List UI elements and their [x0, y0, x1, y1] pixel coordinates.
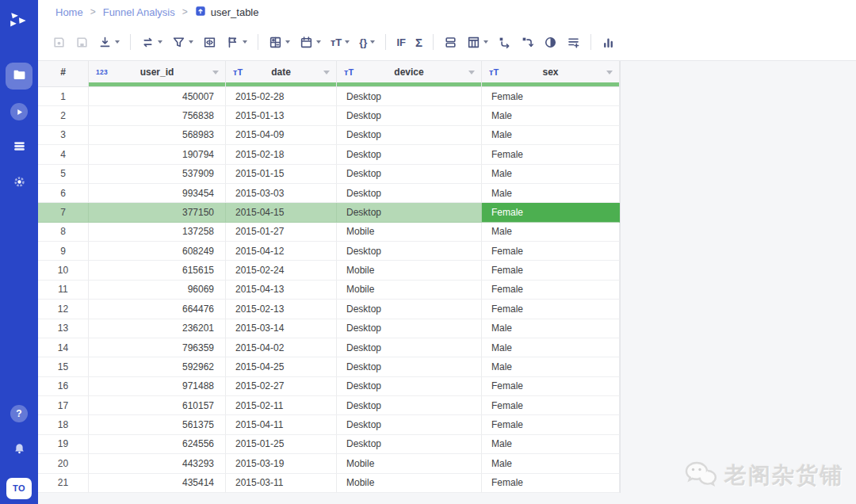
table-cell[interactable]: Desktop — [337, 165, 482, 184]
table-cell[interactable]: 377150 — [89, 203, 226, 222]
table-cell[interactable]: 137258 — [89, 223, 226, 242]
row-number-cell[interactable]: 16 — [38, 377, 89, 396]
table-cell[interactable]: Desktop — [337, 377, 482, 396]
table-cell[interactable]: Desktop — [337, 87, 482, 106]
row-number-cell[interactable]: 19 — [38, 435, 89, 454]
table-cell[interactable]: Desktop — [337, 415, 482, 434]
table-cell[interactable]: 96069 — [89, 281, 226, 300]
table-cell[interactable]: 2015-04-12 — [226, 242, 337, 261]
table-cell[interactable]: Male — [482, 165, 620, 184]
sidebar-item-help[interactable]: ? — [0, 399, 38, 428]
table-cell[interactable]: Desktop — [337, 126, 482, 145]
table-cell[interactable]: Female — [482, 145, 620, 164]
table-cell[interactable]: Female — [482, 203, 620, 222]
table-cell[interactable]: Desktop — [337, 184, 482, 203]
table-cell[interactable]: Female — [482, 87, 620, 106]
table-cell[interactable]: Female — [482, 474, 620, 493]
sidebar-item-run[interactable] — [0, 97, 38, 126]
row-number-cell[interactable]: 8 — [38, 223, 89, 242]
sidebar-item-notifications[interactable] — [0, 436, 38, 464]
table-cell[interactable]: 2015-04-25 — [226, 357, 337, 376]
flag-button[interactable] — [221, 32, 252, 52]
table-cell[interactable]: 443293 — [89, 454, 226, 473]
row-number-cell[interactable]: 20 — [38, 454, 89, 473]
swap-button[interactable] — [136, 32, 167, 52]
sidebar-item-data[interactable] — [0, 133, 38, 162]
row-number-cell[interactable]: 6 — [38, 184, 89, 203]
pivot-button[interactable] — [493, 32, 516, 52]
table-cell[interactable]: 2015-03-14 — [226, 319, 337, 338]
table-cell[interactable]: 615615 — [89, 261, 226, 280]
table-cell[interactable]: Female — [482, 377, 620, 396]
table-cell[interactable]: 450007 — [89, 87, 226, 106]
fit-columns-button[interactable] — [198, 32, 221, 52]
table-cell[interactable]: 2015-01-15 — [226, 165, 337, 184]
table-cell[interactable]: Desktop — [337, 300, 482, 319]
table-cell[interactable]: 2015-01-27 — [226, 223, 337, 242]
chart-button[interactable] — [597, 32, 620, 52]
row-number-cell[interactable]: 4 — [38, 145, 89, 164]
sigma-button[interactable]: Σ — [411, 32, 427, 52]
row-number-cell[interactable]: 9 — [38, 242, 89, 261]
table-cell[interactable]: Desktop — [337, 203, 482, 222]
table-cell[interactable]: 610157 — [89, 396, 226, 415]
table-cell[interactable]: Female — [482, 396, 620, 415]
table-cell[interactable]: Desktop — [337, 357, 482, 376]
table-cell[interactable]: 993454 — [89, 184, 226, 203]
table-cell[interactable]: Female — [482, 415, 620, 434]
row-number-cell[interactable]: 3 — [38, 126, 89, 145]
text-format-button[interactable]: тT — [326, 32, 354, 52]
row-number-cell[interactable]: 2 — [38, 106, 89, 125]
table-cell[interactable]: Mobile — [337, 281, 482, 300]
row-number-cell[interactable]: 12 — [38, 300, 89, 319]
row-number-cell[interactable]: 13 — [38, 319, 89, 338]
column-header-date[interactable]: тTdate — [226, 61, 337, 87]
row-number-cell[interactable]: 5 — [38, 165, 89, 184]
table-cell[interactable]: Mobile — [337, 261, 482, 280]
table-cell[interactable]: Desktop — [337, 106, 482, 125]
table-cell[interactable]: Mobile — [337, 454, 482, 473]
breadcrumb-item[interactable]: Home — [55, 6, 83, 18]
table-cell[interactable]: 2015-04-09 — [226, 126, 337, 145]
sidebar-item-projects[interactable] — [0, 62, 38, 90]
table-cell[interactable]: 796359 — [89, 338, 226, 357]
column-header-device[interactable]: тTdevice — [337, 61, 482, 87]
calculate-button[interactable] — [264, 32, 295, 52]
table-cell[interactable]: Male — [482, 338, 620, 357]
table-cell[interactable]: Desktop — [337, 338, 482, 357]
sidebar-item-settings[interactable] — [0, 169, 38, 197]
row-number-cell[interactable]: 15 — [38, 357, 89, 376]
table-cell[interactable]: Male — [482, 357, 620, 376]
table-cell[interactable]: 2015-03-19 — [226, 454, 337, 473]
breadcrumb-item[interactable]: Funnel Analysis — [103, 6, 175, 18]
braces-button[interactable]: {} — [354, 32, 380, 52]
row-number-cell[interactable]: 11 — [38, 281, 89, 300]
user-avatar[interactable]: TO — [0, 474, 38, 502]
table-cell[interactable]: Male — [482, 454, 620, 473]
table-cell[interactable]: 592962 — [89, 357, 226, 376]
row-number-cell[interactable]: 21 — [38, 474, 89, 493]
table-cell[interactable]: Male — [482, 319, 620, 338]
download-button[interactable] — [94, 32, 124, 52]
table-cell[interactable]: 2015-02-13 — [226, 300, 337, 319]
table-cell[interactable]: 2015-03-11 — [226, 474, 337, 493]
table-cell[interactable]: 2015-04-13 — [226, 281, 337, 300]
table-cell[interactable]: 2015-02-28 — [226, 87, 337, 106]
table-cell[interactable]: 2015-01-13 — [226, 106, 337, 125]
row-number-cell[interactable]: 14 — [38, 338, 89, 357]
table-cell[interactable]: 2015-02-24 — [226, 261, 337, 280]
row-number-cell[interactable]: 1 — [38, 87, 89, 106]
column-menu-icon[interactable] — [212, 71, 219, 74]
table-cell[interactable]: Female — [482, 242, 620, 261]
table-cell[interactable]: Female — [482, 300, 620, 319]
table-cell[interactable]: Male — [482, 126, 620, 145]
table-cell[interactable]: Male — [482, 106, 620, 125]
row-number-cell[interactable]: 10 — [38, 261, 89, 280]
table-cell[interactable]: Mobile — [337, 474, 482, 493]
table-cell[interactable]: Desktop — [337, 242, 482, 261]
table-cell[interactable]: Desktop — [337, 396, 482, 415]
filter-button[interactable] — [167, 32, 198, 52]
column-menu-icon[interactable] — [468, 71, 475, 74]
table-cell[interactable]: 568983 — [89, 126, 226, 145]
row-number-cell[interactable]: 17 — [38, 396, 89, 415]
